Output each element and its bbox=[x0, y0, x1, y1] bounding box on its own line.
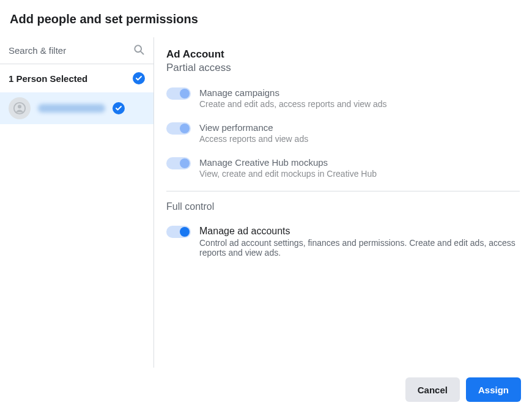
perm-desc: Control ad account settings, finances an… bbox=[199, 238, 520, 258]
permissions-panel: Ad Account Partial access Manage campaig… bbox=[154, 37, 532, 368]
toggle-campaigns[interactable] bbox=[166, 87, 191, 100]
full-control-label: Full control bbox=[166, 201, 520, 212]
selected-count-label: 1 Person Selected bbox=[9, 73, 87, 84]
perm-row-creative: Manage Creative Hub mockups View, create… bbox=[166, 152, 520, 187]
partial-access-label: Partial access bbox=[166, 62, 520, 74]
perm-desc: View, create and edit mockups in Creativ… bbox=[199, 169, 377, 179]
perm-title: View performance bbox=[199, 122, 308, 133]
footer: Cancel Assign bbox=[405, 377, 521, 402]
svg-line-1 bbox=[141, 51, 143, 54]
toggle-creative[interactable] bbox=[166, 157, 191, 169]
section-title: Ad Account bbox=[166, 48, 520, 61]
selected-count-row[interactable]: 1 Person Selected bbox=[0, 64, 153, 92]
perm-title: Manage campaigns bbox=[199, 87, 387, 98]
svg-point-0 bbox=[135, 45, 141, 52]
search-icon[interactable] bbox=[133, 43, 145, 58]
assign-button[interactable]: Assign bbox=[466, 377, 521, 402]
avatar-icon bbox=[9, 97, 31, 119]
divider bbox=[166, 191, 520, 191]
search-row bbox=[0, 37, 153, 64]
toggle-performance[interactable] bbox=[166, 122, 191, 135]
perm-title: Manage Creative Hub mockups bbox=[199, 157, 377, 168]
svg-point-3 bbox=[18, 105, 21, 108]
people-sidebar: 1 Person Selected bbox=[0, 37, 154, 368]
perm-desc: Access reports and view ads bbox=[199, 134, 308, 144]
perm-row-manage-accounts: Manage ad accounts Control ad account se… bbox=[166, 221, 520, 266]
perm-row-campaigns: Manage campaigns Create and edit ads, ac… bbox=[166, 83, 520, 117]
check-circle-icon bbox=[133, 72, 145, 84]
perm-row-performance: View performance Access reports and view… bbox=[166, 117, 520, 152]
page-title: Add people and set permissions bbox=[0, 0, 532, 37]
perm-title: Manage ad accounts bbox=[199, 226, 520, 237]
person-name-redacted bbox=[38, 104, 105, 113]
perm-desc: Create and edit ads, access reports and … bbox=[199, 99, 387, 109]
search-input[interactable] bbox=[9, 45, 133, 56]
toggle-manage-accounts[interactable] bbox=[166, 226, 191, 238]
check-circle-icon bbox=[113, 102, 125, 114]
person-row[interactable] bbox=[0, 92, 153, 124]
cancel-button[interactable]: Cancel bbox=[405, 377, 460, 402]
